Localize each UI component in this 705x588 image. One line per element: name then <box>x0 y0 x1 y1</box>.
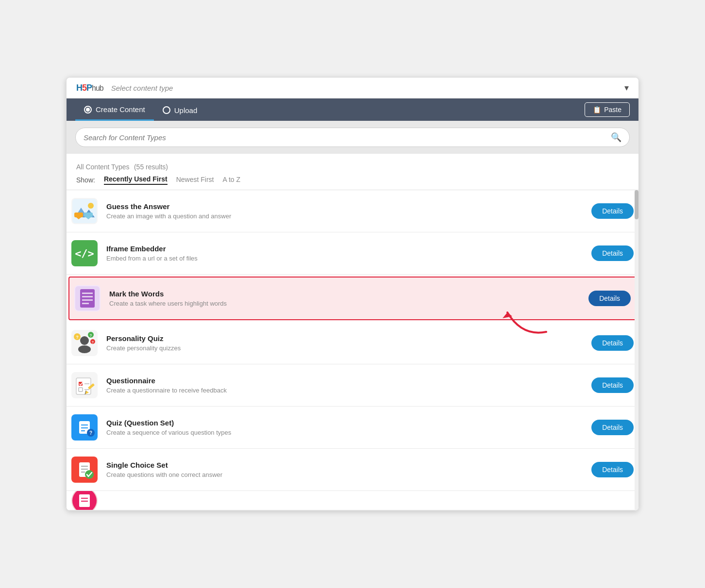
item-title-personality: Personality Quiz <box>106 334 583 343</box>
partial-icon-svg <box>72 491 97 510</box>
search-icon: 🔍 <box>611 132 621 143</box>
tab-upload[interactable]: Upload <box>154 99 206 120</box>
tab-bar: Create Content Upload 📋 Paste <box>67 98 638 121</box>
item-text-questionnaire: Questionnaire Create a questionnaire to … <box>106 376 583 394</box>
item-title-guess: Guess the Answer <box>106 202 583 211</box>
header: H5Phub Select content type ▾ <box>67 78 638 98</box>
guess-icon-svg <box>72 199 97 223</box>
svg-rect-4 <box>74 212 83 217</box>
radio-icon-inactive <box>163 106 170 114</box>
paste-label: Paste <box>604 106 621 114</box>
logo: H5Phub <box>76 83 103 93</box>
scrollbar-track <box>635 190 638 510</box>
item-icon-guess <box>71 198 98 224</box>
search-bar-container: 🔍 <box>67 121 638 154</box>
svg-text:?: ? <box>90 333 92 338</box>
quiz-icon-svg: ? <box>72 415 97 440</box>
item-title-mark: Mark the Words <box>109 290 580 298</box>
details-button-quiz[interactable]: Details <box>591 420 634 435</box>
item-title-questionnaire: Questionnaire <box>106 376 583 385</box>
item-desc-guess: Create an image with a question and answ… <box>106 212 583 220</box>
svg-point-19 <box>78 345 91 353</box>
details-button-single[interactable]: Details <box>591 462 634 477</box>
list-item-partial <box>67 491 638 510</box>
svg-point-18 <box>80 336 89 345</box>
item-desc-quiz: Create a sequence of various question ty… <box>106 429 583 436</box>
item-icon-quiz: ? <box>71 414 98 441</box>
list-item: ? Quiz (Question Set) Create a sequence … <box>67 407 638 449</box>
item-icon-personality: ? ? ? <box>71 330 98 356</box>
radio-icon-active <box>84 106 92 114</box>
item-desc-iframe: Embed from a url or a set of files <box>106 255 583 262</box>
mark-icon-svg <box>75 286 100 310</box>
search-bar: 🔍 <box>75 128 630 147</box>
item-text-quiz: Quiz (Question Set) Create a sequence of… <box>106 419 583 436</box>
filter-label: Show: <box>76 176 95 184</box>
header-subtitle: Select content type <box>111 84 173 92</box>
item-text-single: Single Choice Set Create questions with … <box>106 461 583 478</box>
item-title-single: Single Choice Set <box>106 461 583 469</box>
details-button-guess[interactable]: Details <box>591 203 634 219</box>
list-item: Single Choice Set Create questions with … <box>67 449 638 491</box>
details-button-questionnaire[interactable]: Details <box>591 377 634 393</box>
svg-rect-13 <box>82 296 93 297</box>
item-desc-mark: Create a task where users highlight word… <box>109 300 580 307</box>
filter-recently-used[interactable]: Recently Used First <box>104 175 168 185</box>
logo-hub: hub <box>92 84 103 92</box>
content-header: All Content Types (55 results) <box>76 163 629 171</box>
svg-text:?: ? <box>92 341 94 344</box>
item-title-quiz: Quiz (Question Set) <box>106 419 583 427</box>
tab-upload-label: Upload <box>174 106 198 114</box>
svg-rect-11 <box>80 289 95 308</box>
svg-text:</>: </> <box>75 247 94 260</box>
search-input[interactable] <box>84 133 607 142</box>
filter-a-to-z[interactable]: A to Z <box>222 176 240 184</box>
filter-row: Show: Recently Used First Newest First A… <box>76 175 629 185</box>
item-desc-questionnaire: Create a questionnaire to receive feedba… <box>106 387 583 394</box>
svg-rect-0 <box>72 199 97 223</box>
svg-text:?: ? <box>76 335 79 340</box>
list-item-highlighted: Mark the Words Create a task where users… <box>68 277 637 320</box>
details-button-mark[interactable]: Details <box>588 291 631 306</box>
tab-create-label: Create Content <box>96 105 145 114</box>
tab-bar-left: Create Content Upload <box>75 98 206 121</box>
section-count: (55 results) <box>134 163 168 171</box>
iframe-icon-svg: </> <box>72 241 97 265</box>
paste-button[interactable]: 📋 Paste <box>585 102 630 117</box>
item-icon-partial <box>71 491 98 510</box>
svg-rect-15 <box>82 303 89 304</box>
item-title-iframe: Iframe Embedder <box>106 245 583 253</box>
details-button-personality[interactable]: Details <box>591 335 634 351</box>
item-text-iframe: Iframe Embedder Embed from a url or a se… <box>106 245 583 262</box>
section-title-text: All Content Types <box>76 163 129 171</box>
item-icon-questionnaire <box>71 372 98 398</box>
item-desc-personality: Create personality quizzes <box>106 344 583 352</box>
svg-rect-27 <box>76 378 91 394</box>
personality-icon-svg: ? ? ? <box>72 331 97 355</box>
item-text-personality: Personality Quiz Create personality quiz… <box>106 334 583 352</box>
item-icon-single <box>71 457 98 483</box>
details-button-iframe[interactable]: Details <box>591 245 634 261</box>
item-text-mark: Mark the Words Create a task where users… <box>109 290 580 307</box>
content-list: Guess the Answer Create an image with a … <box>67 190 638 510</box>
tab-create-content[interactable]: Create Content <box>75 98 154 121</box>
header-left: H5Phub Select content type <box>76 83 173 93</box>
list-item: Guess the Answer Create an image with a … <box>67 190 638 232</box>
item-desc-single: Create questions with one correct answer <box>106 471 583 478</box>
scrollbar-thumb[interactable] <box>635 190 638 219</box>
questionnaire-icon-svg <box>72 373 97 397</box>
svg-text:?: ? <box>89 430 92 436</box>
chevron-down-icon[interactable]: ▾ <box>624 82 629 93</box>
svg-point-3 <box>88 203 94 209</box>
item-text-guess: Guess the Answer Create an image with a … <box>106 202 583 220</box>
mark-words-wrapper: Mark the Words Create a task where users… <box>67 277 638 320</box>
item-icon-iframe: </> <box>71 240 98 266</box>
svg-rect-31 <box>79 388 83 392</box>
app-container: H5Phub Select content type ▾ Create Cont… <box>66 77 639 511</box>
svg-rect-6 <box>84 212 93 217</box>
clipboard-icon: 📋 <box>593 106 601 114</box>
filter-newest-first[interactable]: Newest First <box>176 176 214 184</box>
item-icon-mark <box>74 285 101 311</box>
list-item: ? ? ? Personality Quiz Create personalit… <box>67 322 638 364</box>
section-title: All Content Types (55 results) <box>76 163 629 171</box>
